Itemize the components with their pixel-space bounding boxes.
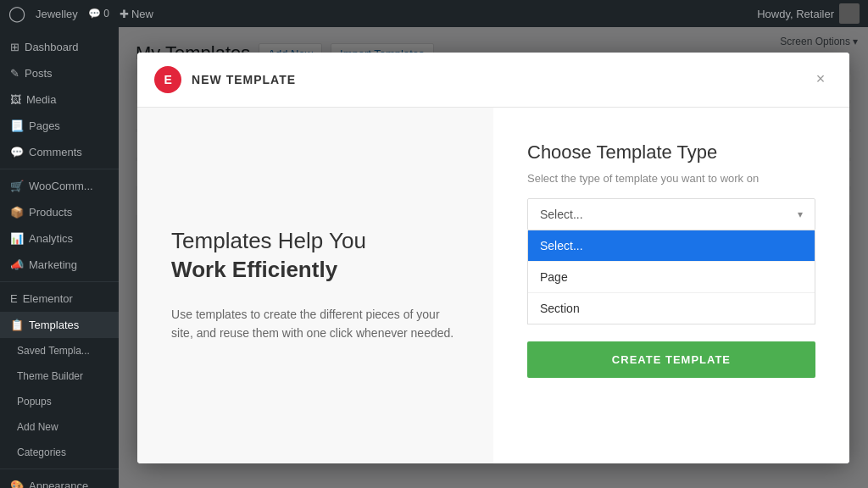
admin-bar: ◯ Jewelley 💬 0 ✚ New Howdy, Retailer	[0, 0, 868, 27]
new-button[interactable]: ✚ New	[120, 8, 153, 20]
sidebar-item-saved-templates[interactable]: Saved Templa...	[0, 338, 119, 363]
comments-count[interactable]: 💬 0	[88, 8, 109, 19]
sidebar-item-dashboard[interactable]: ⊞ Dashboard	[0, 34, 119, 60]
site-name[interactable]: Jewelley	[36, 8, 78, 20]
template-type-select[interactable]: Select... ▾	[527, 198, 815, 230]
sidebar-item-popups[interactable]: Popups	[0, 389, 119, 414]
sidebar-item-products[interactable]: 📦 Products	[0, 199, 119, 225]
template-type-dropdown: Select... Page Section	[527, 230, 815, 324]
appearance-icon: 🎨	[10, 480, 24, 488]
choose-type-subtitle: Select the type of template you want to …	[527, 172, 815, 185]
sidebar-item-elementor[interactable]: E Elementor	[0, 286, 119, 312]
templates-icon: 📋	[10, 319, 24, 331]
user-avatar	[839, 3, 860, 24]
new-template-modal: E NEW TEMPLATE × Templates Help You Work…	[137, 53, 849, 463]
elementor-icon: E	[10, 292, 18, 305]
analytics-icon: 📊	[10, 232, 24, 245]
sidebar-item-marketing[interactable]: 📣 Marketing	[0, 252, 119, 278]
elementor-logo: E	[154, 66, 181, 93]
main-layout: ⊞ Dashboard ✎ Posts 🖼 Media 📃 Pages 💬 Co…	[0, 27, 868, 488]
sidebar-item-categories[interactable]: Categories	[0, 440, 119, 465]
modal-body: Templates Help You Work Efficiently Use …	[137, 108, 849, 463]
sidebar-item-templates[interactable]: 📋 Templates	[0, 312, 119, 338]
sidebar-item-woocommerce[interactable]: 🛒 WooComm...	[0, 173, 119, 199]
dashboard-icon: ⊞	[10, 41, 19, 53]
user-greeting: Howdy, Retailer	[757, 3, 860, 24]
modal-close-button[interactable]: ×	[809, 68, 832, 92]
modal-right-panel: Choose Template Type Select the type of …	[493, 108, 849, 463]
create-template-button[interactable]: CREATE TEMPLATE	[527, 341, 815, 378]
sidebar-item-appearance[interactable]: 🎨 Appearance	[0, 473, 119, 488]
modal-left-panel: Templates Help You Work Efficiently Use …	[137, 108, 493, 463]
sidebar-item-posts[interactable]: ✎ Posts	[0, 60, 119, 86]
comments-icon: 💬	[10, 146, 24, 158]
media-icon: 🖼	[10, 93, 21, 106]
dropdown-option-section[interactable]: Section	[528, 293, 815, 324]
modal-left-heading: Templates Help You Work Efficiently	[171, 227, 459, 285]
choose-type-title: Choose Template Type	[527, 141, 815, 164]
marketing-icon: 📣	[10, 258, 24, 271]
modal-title: NEW TEMPLATE	[192, 73, 296, 86]
modal-overlay[interactable]: E NEW TEMPLATE × Templates Help You Work…	[119, 27, 868, 488]
sidebar: ⊞ Dashboard ✎ Posts 🖼 Media 📃 Pages 💬 Co…	[0, 27, 119, 488]
template-type-select-wrapper: Select... ▾ Select... Page	[527, 198, 815, 341]
sidebar-divider-1	[0, 169, 119, 169]
pages-icon: 📃	[10, 119, 24, 132]
dropdown-option-page[interactable]: Page	[528, 262, 815, 293]
sidebar-item-theme-builder[interactable]: Theme Builder	[0, 363, 119, 389]
chevron-down-icon: ▾	[798, 208, 803, 220]
sidebar-item-comments[interactable]: 💬 Comments	[0, 139, 119, 165]
posts-icon: ✎	[10, 67, 19, 80]
wp-logo-icon[interactable]: ◯	[8, 4, 25, 23]
modal-header: E NEW TEMPLATE ×	[137, 53, 849, 108]
sidebar-item-analytics[interactable]: 📊 Analytics	[0, 225, 119, 252]
sidebar-item-pages[interactable]: 📃 Pages	[0, 113, 119, 139]
sidebar-divider-2	[0, 281, 119, 282]
sidebar-item-add-new[interactable]: Add New	[0, 414, 119, 440]
woocommerce-icon: 🛒	[10, 180, 24, 192]
modal-left-description: Use templates to create the different pi…	[171, 305, 459, 343]
sidebar-item-media[interactable]: 🖼 Media	[0, 86, 119, 113]
products-icon: 📦	[10, 206, 24, 219]
sidebar-divider-3	[0, 469, 119, 469]
content-area: My Templates Add New Import Templates Sc…	[119, 27, 868, 488]
dropdown-option-select[interactable]: Select...	[528, 230, 815, 262]
